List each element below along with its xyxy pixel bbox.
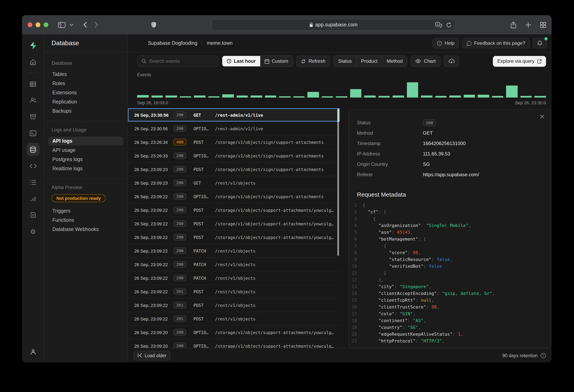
filter-product-button[interactable]: Product xyxy=(356,56,382,66)
reports-chart-icon[interactable] xyxy=(27,192,39,205)
breadcrumb-item[interactable]: meme.town xyxy=(207,40,232,46)
shield-icon[interactable] xyxy=(151,21,156,28)
chart-bar[interactable] xyxy=(308,92,319,98)
sidebar-item-backups[interactable]: Backups xyxy=(48,107,123,116)
chart-bar[interactable] xyxy=(293,96,305,98)
close-panel-button[interactable] xyxy=(540,114,544,119)
log-row[interactable]: 26 Sep, 23:26:33200OPTIO…/storage/v1/obj… xyxy=(128,149,340,163)
chart-bar[interactable] xyxy=(165,96,177,98)
log-row[interactable]: 26 Sep, 23:09:22200POST/storage/v1/objec… xyxy=(128,203,340,217)
account-user-icon[interactable] xyxy=(27,346,39,358)
sidebar-item-roles[interactable]: Roles xyxy=(48,79,123,88)
filter-method-button[interactable]: Method xyxy=(382,56,407,66)
edge-functions-icon[interactable] xyxy=(27,159,39,172)
chart-bar[interactable] xyxy=(364,96,376,98)
sidebar-item-database-webhooks[interactable]: Database Webhooks xyxy=(48,225,123,234)
log-row[interactable]: 26 Sep, 23:09:22201POST/rest/v1/objects xyxy=(128,298,340,312)
chart-bar[interactable] xyxy=(208,96,219,98)
chart-bar[interactable] xyxy=(279,96,290,98)
chart-bar[interactable] xyxy=(251,96,262,98)
minimize-window-button[interactable] xyxy=(36,22,40,27)
auth-users-icon[interactable] xyxy=(27,94,39,107)
log-row[interactable]: 26 Sep, 23:09:20200OPTIO…/storage/v1/obj… xyxy=(128,339,340,348)
log-row[interactable]: 26 Sep, 23:09:20200OPTIO…/storage/v1/obj… xyxy=(128,326,340,339)
home-icon[interactable] xyxy=(27,56,39,68)
sidebar-item-functions[interactable]: Functions xyxy=(48,216,123,225)
database-icon[interactable] xyxy=(27,143,39,156)
log-row[interactable]: 26 Sep, 23:30:56200OPTIO…/rest-admin/v1/… xyxy=(128,122,340,136)
chart-bar[interactable] xyxy=(464,95,475,98)
feedback-button[interactable]: Feedback on this page? xyxy=(462,38,530,48)
zoom-window-button[interactable] xyxy=(43,22,48,27)
sidebar-item-api-usage[interactable]: API usage xyxy=(48,146,123,155)
chart-bar[interactable] xyxy=(336,96,347,98)
refresh-button[interactable]: Refresh xyxy=(296,56,330,67)
log-row[interactable]: 26 Sep, 23:09:22200PATCH/rest/v1/objects xyxy=(128,244,340,258)
translate-icon[interactable]: A xyxy=(435,22,442,28)
load-older-button[interactable]: Load older xyxy=(134,351,170,360)
table-editor-icon[interactable] xyxy=(27,78,39,90)
chart-bar[interactable] xyxy=(194,96,205,98)
chart-bar[interactable] xyxy=(520,96,532,98)
chart-bar[interactable] xyxy=(180,96,191,98)
docs-file-icon[interactable] xyxy=(27,209,39,221)
sql-editor-icon[interactable] xyxy=(27,127,39,139)
sidebar-item-tables[interactable]: Tables xyxy=(48,70,123,79)
chart-bar[interactable] xyxy=(151,96,163,98)
log-row[interactable]: 26 Sep, 23:09:23200POST/storage/v1/objec… xyxy=(128,163,340,176)
log-row[interactable]: 26 Sep, 23:09:22200POST/storage/v1/objec… xyxy=(128,217,340,231)
close-window-button[interactable] xyxy=(28,22,32,27)
log-row[interactable]: 26 Sep, 23:09:22200OPTIO…/storage/v1/obj… xyxy=(128,190,340,203)
chart-bar[interactable] xyxy=(236,96,248,98)
question-circle-icon[interactable]: ? xyxy=(540,353,546,358)
log-row[interactable]: 26 Sep, 23:09:22201POST/rest/v1/objects xyxy=(128,312,340,326)
chevron-down-icon[interactable] xyxy=(70,24,74,26)
chart-toggle-button[interactable]: Chart xyxy=(411,56,440,67)
log-row[interactable]: 26 Sep, 23:26:34400POST/storage/v1/objec… xyxy=(128,136,340,149)
chart-bar[interactable] xyxy=(478,95,489,98)
sidebar-item-postgres-logs[interactable]: Postgres logs xyxy=(48,155,123,164)
chart-bar[interactable] xyxy=(393,96,404,98)
supabase-logo-icon[interactable] xyxy=(27,39,39,52)
chart-bar[interactable] xyxy=(322,96,333,98)
sidebar-item-triggers[interactable]: Triggers xyxy=(48,207,123,216)
chart-bar[interactable] xyxy=(350,89,361,98)
chart-bar[interactable] xyxy=(535,96,546,98)
logs-list-icon[interactable] xyxy=(27,176,39,189)
tab-overview-icon[interactable] xyxy=(540,22,546,28)
back-button[interactable] xyxy=(83,21,87,28)
chart-bar[interactable] xyxy=(492,96,503,98)
reload-icon[interactable] xyxy=(446,22,452,28)
chart-bar[interactable] xyxy=(506,85,518,98)
log-row[interactable]: 26 Sep, 23:09:22200POST/storage/v1/objec… xyxy=(128,231,340,244)
sidebar-toggle-icon[interactable] xyxy=(58,22,65,28)
custom-range-button[interactable]: Custom xyxy=(260,56,293,66)
chart-bar[interactable] xyxy=(407,82,418,98)
log-row[interactable]: 26 Sep, 23:30:56200GET/rest-admin/v1/liv… xyxy=(128,108,340,122)
sidebar-item-realtime-logs[interactable]: Realtime logs xyxy=(48,164,123,173)
filter-status-button[interactable]: Status xyxy=(334,56,356,66)
log-row[interactable]: 26 Sep, 23:09:22201POST/rest/v1/objects xyxy=(128,285,340,298)
log-row[interactable]: 26 Sep, 23:09:22200PATCH/rest/v1/objects xyxy=(128,271,340,285)
address-bar[interactable]: app.supabase.com A xyxy=(211,19,455,31)
sidebar-item-api-logs[interactable]: API logs xyxy=(48,137,123,145)
share-icon[interactable] xyxy=(511,21,516,28)
help-button[interactable]: ? Help xyxy=(432,38,459,48)
metadata-code-block[interactable]: 1{2 "cf": [3 {4 "asOrganization": "SingT… xyxy=(349,202,551,348)
sidebar-item-replication[interactable]: Replication xyxy=(48,98,123,106)
chart-bar[interactable] xyxy=(222,94,234,98)
download-button[interactable] xyxy=(444,56,459,67)
notifications-button[interactable] xyxy=(533,38,547,48)
log-row[interactable]: 26 Sep, 23:09:23200GET/rest/v1/objects xyxy=(128,176,340,190)
chart-bar[interactable] xyxy=(435,96,447,98)
sidebar-item-extensions[interactable]: Extensions xyxy=(48,88,123,97)
chart-bar[interactable] xyxy=(450,96,461,98)
breadcrumb-item[interactable]: Supabase Dogfooding xyxy=(148,40,197,46)
search-input[interactable]: Search events xyxy=(137,56,219,67)
settings-gear-icon[interactable]: ⚙ xyxy=(27,225,39,238)
chart-bar[interactable] xyxy=(421,96,432,98)
chart-bar[interactable] xyxy=(265,96,276,98)
chart-bar[interactable] xyxy=(137,95,148,98)
chart-bar[interactable] xyxy=(379,96,390,98)
storage-icon[interactable] xyxy=(27,110,39,123)
